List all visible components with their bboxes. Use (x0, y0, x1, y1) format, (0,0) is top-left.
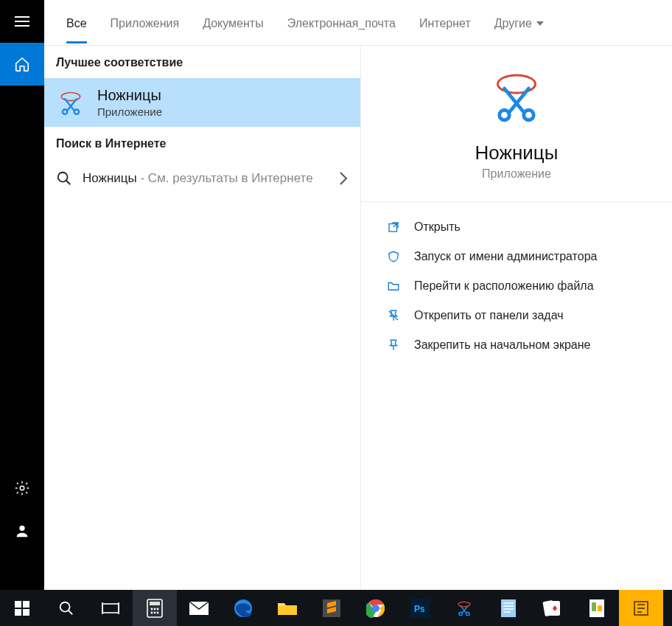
svg-point-35 (459, 612, 462, 615)
svg-rect-16 (102, 604, 119, 613)
taskbar-app-generic2[interactable] (619, 590, 663, 626)
taskbar-app-chrome[interactable] (354, 590, 398, 626)
action-open-file-location[interactable]: Перейти к расположению файла (361, 271, 672, 301)
action-run-admin[interactable]: Запуск от имени администратора (361, 242, 672, 271)
svg-rect-42 (598, 605, 602, 611)
start-rail (0, 0, 44, 626)
action-open-file-location-label: Перейти к расположению файла (414, 279, 594, 293)
web-result-suffix: - См. результаты в Интернете (137, 171, 313, 185)
actions-list: Открыть Запуск от имени администратора П… (361, 202, 672, 370)
tab-more-label: Другие (494, 17, 532, 30)
web-result-query: Ножницы (83, 171, 137, 185)
tab-documents[interactable]: Документы (203, 2, 263, 44)
filter-tabs: Все Приложения Документы Электронная_поч… (44, 0, 672, 46)
task-view-icon[interactable] (88, 590, 133, 626)
taskbar: Ps (0, 590, 672, 626)
action-pin-start-label: Закрепить на начальном экране (414, 338, 590, 352)
svg-point-24 (157, 611, 159, 613)
start-button[interactable] (0, 590, 44, 626)
tab-email[interactable]: Электронная_почта (287, 2, 396, 44)
svg-point-7 (500, 110, 510, 120)
preview-subtitle: Приложение (482, 167, 551, 181)
svg-point-21 (157, 608, 159, 610)
svg-point-0 (20, 486, 24, 490)
taskbar-app-file-explorer[interactable] (265, 590, 309, 626)
svg-point-8 (524, 110, 534, 120)
svg-point-15 (60, 602, 70, 611)
taskbar-app-snipping-tool[interactable] (442, 590, 486, 626)
taskbar-app-calculator[interactable] (133, 590, 177, 626)
home-icon[interactable] (0, 43, 44, 86)
tab-internet[interactable]: Интернет (419, 2, 471, 44)
svg-point-3 (63, 110, 67, 114)
section-best-match: Лучшее соответствие (44, 46, 360, 78)
settings-icon[interactable] (0, 467, 44, 510)
action-unpin-taskbar[interactable]: Открепить от панели задач (361, 301, 672, 330)
unpin-icon (386, 308, 401, 323)
search-panel: Все Приложения Документы Электронная_поч… (44, 0, 672, 626)
svg-rect-41 (592, 602, 596, 611)
section-web-search: Поиск в Интернете (44, 127, 360, 159)
svg-point-20 (154, 608, 156, 610)
taskbar-app-generic1[interactable] (575, 590, 619, 626)
chevron-down-icon (536, 21, 544, 26)
best-match-subtitle: Приложение (97, 105, 162, 118)
svg-point-23 (154, 611, 156, 613)
tab-all[interactable]: Все (66, 2, 87, 44)
taskbar-app-photoshop[interactable]: Ps (398, 590, 442, 626)
svg-point-19 (151, 608, 153, 610)
taskbar-app-solitaire[interactable] (531, 590, 575, 626)
tab-more[interactable]: Другие (494, 2, 544, 44)
action-open-label: Открыть (414, 220, 461, 234)
taskbar-app-notepad[interactable] (486, 590, 531, 626)
chevron-right-icon (338, 171, 349, 186)
web-search-result[interactable]: Ножницы - См. результаты в Интернете (44, 159, 360, 198)
svg-rect-11 (15, 601, 21, 608)
svg-point-4 (74, 110, 79, 114)
svg-point-22 (151, 611, 153, 613)
svg-text:Ps: Ps (414, 604, 425, 614)
search-icon (56, 170, 72, 187)
action-open[interactable]: Открыть (361, 212, 672, 242)
snipping-tool-icon (490, 71, 543, 124)
svg-rect-27 (278, 606, 297, 615)
svg-rect-13 (15, 609, 21, 616)
svg-point-36 (466, 612, 469, 615)
pin-icon (386, 338, 401, 352)
results-column: Лучшее соответствие Ножницы Приложение (44, 46, 361, 592)
best-match-result[interactable]: Ножницы Приложение (44, 78, 360, 127)
best-match-title: Ножницы (97, 87, 162, 104)
svg-point-5 (58, 173, 68, 182)
svg-point-1 (19, 526, 24, 531)
svg-rect-14 (23, 609, 29, 616)
action-pin-start[interactable]: Закрепить на начальном экране (361, 330, 672, 360)
taskbar-app-mail[interactable] (177, 590, 221, 626)
svg-rect-18 (150, 602, 160, 605)
tab-apps[interactable]: Приложения (111, 2, 180, 44)
web-result-text: Ножницы - См. результаты в Интернете (83, 170, 328, 188)
user-icon[interactable] (0, 510, 44, 552)
taskbar-search-icon[interactable] (44, 590, 88, 626)
folder-icon (386, 279, 401, 293)
svg-rect-37 (501, 599, 516, 617)
action-run-admin-label: Запуск от имени администратора (414, 250, 597, 263)
shield-icon (386, 249, 401, 264)
svg-point-34 (458, 602, 470, 607)
action-unpin-taskbar-label: Открепить от панели задач (414, 309, 564, 322)
svg-point-6 (498, 75, 536, 93)
taskbar-app-sublime[interactable] (309, 590, 354, 626)
snipping-tool-icon (56, 88, 85, 117)
open-icon (386, 220, 401, 234)
preview-column: Ножницы Приложение Открыть Запуск от име… (361, 46, 672, 592)
taskbar-app-edge[interactable] (221, 590, 265, 626)
hamburger-icon[interactable] (0, 0, 44, 43)
svg-rect-12 (23, 601, 29, 608)
preview-title: Ножницы (475, 142, 559, 164)
